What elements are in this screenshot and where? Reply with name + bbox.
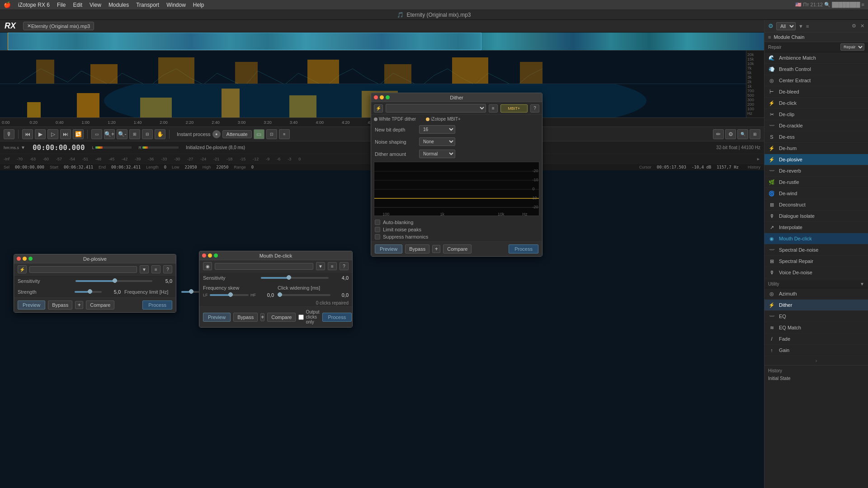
sidebar-collapse-icon[interactable]: ✕ (860, 23, 864, 28)
toolbar-settings-btn[interactable]: ⚙ (725, 129, 736, 139)
toolbar-select-btn[interactable]: ▭ (91, 129, 102, 139)
repair-category-header[interactable]: Repair Repair (764, 42, 868, 52)
toolbar-zoom-reset[interactable]: ⊞ (750, 129, 760, 139)
sidebar-item-spectral-denoise[interactable]: 〰 Spectral De-noise (764, 244, 868, 256)
dither-compare-btn[interactable]: Compare (443, 244, 472, 253)
file-tab[interactable]: ✕ Eternity (Original mix).mp3 (23, 22, 94, 30)
deplosive-preset-select[interactable] (29, 266, 137, 273)
declick-bypass-btn[interactable]: Bypass (233, 313, 258, 322)
sidebar-item-de-wind[interactable]: 🌀 De-wind (764, 188, 868, 199)
dither-plus-btn[interactable]: + (432, 245, 440, 253)
deplosive-preview-btn[interactable]: Preview (18, 300, 45, 310)
toolbar-hand-btn[interactable]: ✋ (155, 129, 165, 139)
sidebar-item-ambience-match[interactable]: 🌊 Ambience Match (764, 52, 868, 64)
dither-process-btn[interactable]: Process (509, 244, 538, 253)
deplosive-plus-btn[interactable]: + (75, 301, 83, 309)
toolbar-zoom-out-btn[interactable]: 🔍- (117, 129, 127, 139)
toolbar-mic-btn[interactable]: 🎙 (4, 129, 14, 139)
menu-transport[interactable]: Transport (136, 2, 159, 8)
deplosive-menu-btn[interactable]: ▼ (140, 265, 149, 273)
declick-preview-btn[interactable]: Preview (203, 313, 231, 322)
menu-izotope[interactable]: iZotope RX 6 (18, 2, 50, 8)
sidebar-item-center-extract[interactable]: ◎ Center Extract (764, 75, 868, 86)
toolbar-play-btn[interactable]: ▶ (35, 129, 46, 139)
toolbar-rect-sel[interactable]: ▭ (254, 129, 264, 139)
dot-yellow[interactable] (23, 257, 27, 261)
declick-dot-red[interactable] (202, 253, 206, 258)
toolbar-zoom-in-btn[interactable]: 🔍+ (104, 129, 115, 139)
declick-compare-btn[interactable]: Compare (267, 313, 296, 322)
repair-filter[interactable]: Repair (840, 43, 864, 51)
declick-icon-btn[interactable]: ◉ (203, 262, 212, 270)
sidebar-item-eq-match[interactable]: ≋ EQ Match (764, 322, 868, 333)
sidebar-settings-icon[interactable]: ⚙ (852, 23, 856, 28)
sidebar-expand[interactable]: › (764, 356, 868, 365)
declick-menu-btn[interactable]: ▼ (316, 262, 325, 270)
deplosive-process-btn[interactable]: Process (142, 300, 172, 310)
declick-help-btn[interactable]: ? (340, 262, 349, 270)
strength-slider[interactable] (75, 291, 102, 293)
tab-close[interactable]: ✕ (27, 23, 31, 29)
dither-dot-yellow[interactable] (380, 95, 384, 99)
attenuate-button[interactable]: Attenuate (222, 130, 252, 138)
sidebar-item-de-clip[interactable]: ✂ De-clip (764, 109, 868, 120)
freq-skew-slider[interactable] (210, 294, 249, 296)
sidebar-item-interpolate[interactable]: ↗ Interpolate (764, 222, 868, 233)
sidebar-item-eq[interactable]: 〰 EQ (764, 311, 868, 322)
declick-sensitivity-slider[interactable] (261, 277, 329, 279)
dot-red[interactable] (17, 257, 21, 261)
sidebar-item-mouth-declick[interactable]: ◉ Mouth De-click (764, 233, 868, 244)
sidebar-scroll[interactable]: ≡ Module Chain Repair Repair 🌊 Ambience … (764, 33, 868, 488)
toolbar-freq-sel[interactable]: ≡ (279, 129, 290, 139)
history-initial-state[interactable]: Initial State (768, 375, 864, 382)
dither-mbit-btn[interactable]: MBIT+ (500, 104, 528, 113)
toolbar-fwd-btn[interactable]: ⏭ (60, 129, 71, 139)
bit-depth-select[interactable]: 16 (419, 125, 455, 134)
toolbar-play2-btn[interactable]: ▷ (47, 129, 58, 139)
dither-bypass-btn[interactable]: Bypass (405, 244, 429, 253)
toolbar-pencil-btn[interactable]: ✏ (713, 129, 724, 139)
menu-view[interactable]: View (90, 2, 101, 8)
sidebar-item-spectral-repair[interactable]: ⊞ Spectral Repair (764, 256, 868, 267)
mbit-option[interactable]: iZotope MBIT+ (426, 117, 461, 122)
toolbar-loop-btn[interactable]: 🔁 (73, 129, 84, 139)
menu-file[interactable]: File (57, 2, 66, 8)
sidebar-item-de-rustle[interactable]: 🌿 De-rustle (764, 177, 868, 188)
dither-help-btn[interactable]: ? (530, 104, 539, 113)
file-dropdown-icon[interactable]: ▼ (21, 145, 25, 150)
sidebar-item-gain[interactable]: ↑ Gain (764, 345, 868, 356)
sidebar-item-de-bleed[interactable]: ⊢ De-bleed (764, 86, 868, 98)
sidebar-menu-icon[interactable]: ▼ (798, 23, 803, 29)
declick-preset-select[interactable] (215, 263, 313, 270)
sidebar-grid-icon[interactable]: ≡ (806, 23, 809, 29)
toolbar-zoom-region[interactable]: 🔍 (737, 129, 748, 139)
suppress-harmonics-checkbox[interactable] (375, 234, 380, 239)
dither-icon-btn[interactable]: ⚡ (374, 104, 383, 113)
deplosive-compare-btn[interactable]: Compare (86, 300, 114, 310)
sidebar-item-deconstruct[interactable]: ⊞ Deconstruct (764, 199, 868, 211)
sidebar-item-de-plosive[interactable]: ⚡ De-plosive (764, 154, 868, 165)
noise-shaping-select[interactable]: None (419, 137, 455, 146)
dither-list-btn[interactable]: ≡ (489, 104, 498, 113)
declick-dot-green[interactable] (214, 253, 218, 258)
menu-edit[interactable]: Edit (73, 2, 82, 8)
declick-dot-yellow[interactable] (208, 253, 212, 258)
dither-dot-red[interactable] (374, 95, 378, 99)
dither-amount-select[interactable]: Normal (419, 150, 455, 158)
sidebar-item-de-ess[interactable]: S De-ess (764, 131, 868, 143)
white-tpdf-option[interactable]: White TPDF dither (374, 117, 416, 122)
instant-process-toggle[interactable]: ● (212, 130, 221, 138)
sidebar-item-de-reverb[interactable]: 〰 De-reverb (764, 165, 868, 177)
sidebar-item-de-click[interactable]: ⚡ De-click (764, 98, 868, 109)
sidebar-item-fade[interactable]: / Fade (764, 333, 868, 345)
sidebar-item-breath-control[interactable]: 💨 Breath Control (764, 64, 868, 75)
click-widen-slider[interactable] (278, 294, 330, 296)
dot-green[interactable] (28, 257, 33, 261)
menu-modules[interactable]: Modules (108, 2, 129, 8)
sidebar-item-de-hum[interactable]: ⚡ De-hum (764, 143, 868, 154)
deplosive-list-btn[interactable]: ≡ (151, 265, 160, 273)
dither-preview-btn[interactable]: Preview (375, 244, 402, 253)
declick-list-btn[interactable]: ≡ (328, 262, 337, 270)
toolbar-zoom-fit-btn[interactable]: ⊞ (129, 129, 140, 139)
utility-category-header[interactable]: Utility ▼ (764, 280, 868, 288)
